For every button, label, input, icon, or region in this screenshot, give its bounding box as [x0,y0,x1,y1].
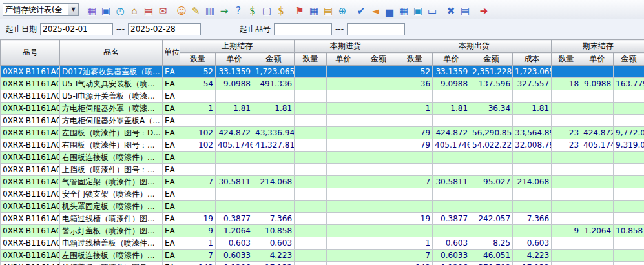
table-row[interactable]: 0XRX-B1161A0...左围板连接板（喷漆件）...EA70.60334.… [1,250,644,262]
cell-purch-amount[interactable] [360,66,397,78]
cell-end-price[interactable] [581,66,614,78]
cell-prev-qty[interactable]: 102 [180,127,216,139]
cell-end-qty[interactable] [552,90,581,103]
cell-out-amount[interactable]: 46.051 [470,250,513,262]
cell-out-cost[interactable] [513,115,552,127]
cell-end-amount[interactable] [614,237,644,250]
cell-end-qty[interactable]: 23 [552,127,581,139]
cell-end-price[interactable]: 405.1747 [581,139,614,152]
cell-item-id[interactable]: 0XRX-B1161A0... [1,250,60,262]
cell-out-price[interactable] [433,115,470,127]
cell-purch-price[interactable] [327,188,360,201]
cell-purch-qty[interactable] [295,66,327,78]
table-row[interactable]: 0XRX-B1161A0...右围板连接板（喷漆件）...EA [1,152,644,164]
cell-out-price[interactable]: 405.1746 [433,139,470,152]
cell-prev-qty[interactable] [180,90,216,103]
cell-purch-price[interactable] [327,225,360,237]
undo-icon[interactable]: ◄ [368,5,382,19]
cell-out-cost[interactable]: 32,008.797 [513,139,552,152]
cell-item-name[interactable]: 电箱过线槽盖板（喷漆件... [60,237,163,250]
cell-purch-qty[interactable] [295,90,327,103]
cell-end-price[interactable]: 424.872 [581,127,614,139]
cell-end-amount[interactable] [614,115,644,127]
cell-out-cost[interactable]: 1.81 [513,103,552,115]
cell-item-name[interactable]: 电箱过线槽（喷漆件）图... [60,213,163,225]
cell-out-cost[interactable]: 327.557 [513,78,552,90]
cell-out-cost[interactable]: 33,564.89 [513,127,552,139]
table-row[interactable]: 0XRX-B1161A0...右围板（喷漆件）图号：...EA102405.17… [1,139,644,152]
cell-purch-price[interactable] [327,213,360,225]
cell-out-amount[interactable]: 370.708 [470,262,513,265]
grid-report-icon[interactable]: ▦ [85,5,99,19]
cell-unit[interactable]: EA [163,139,180,152]
cell-end-qty[interactable] [552,201,581,213]
cell-purch-qty[interactable] [295,201,327,213]
cell-out-qty[interactable] [397,188,433,201]
screen-icon[interactable]: ▣ [411,5,425,19]
cell-out-cost[interactable] [513,225,552,237]
cell-prev-amount[interactable]: 7.366 [253,213,295,225]
cell-out-cost[interactable] [513,188,552,201]
cell-item-id[interactable]: 0XRX-B1161A0... [1,115,60,127]
cell-prev-amount[interactable]: 17.132 [253,262,295,265]
cell-prev-price[interactable]: 9.0988 [216,78,253,90]
cell-purch-amount[interactable] [360,78,397,90]
cell-purch-qty[interactable] [295,78,327,90]
cell-out-price[interactable]: 30.5811 [433,176,470,188]
cell-end-price[interactable] [581,188,614,201]
cell-unit[interactable]: EA [163,188,180,201]
table-row[interactable]: 0XRX-B1161A0...U5-I电源开关盖板（喷漆...EA [1,90,644,103]
cell-purch-amount[interactable] [360,164,397,176]
card-icon[interactable]: ▭ [425,5,439,19]
flag-icon[interactable]: ⚑ [293,5,307,19]
cell-item-id[interactable]: 0XRX-B1161A0... [1,213,60,225]
cell-item-name[interactable]: 左围板连接板（喷漆件）... [60,250,163,262]
cell-purch-amount[interactable] [360,152,397,164]
cell-purch-qty[interactable] [295,262,327,265]
table-row[interactable]: 0XRX-B1161A0...警示灯盖板（喷漆件）图...EA91.206410… [1,225,644,237]
cell-unit[interactable]: EA [163,78,180,90]
cell-end-price[interactable] [581,152,614,164]
cell-item-id[interactable]: 0XRX-B1161A0... [1,225,60,237]
cell-prev-qty[interactable]: 19 [180,213,216,225]
cell-prev-qty[interactable]: 9 [180,225,216,237]
cell-end-amount[interactable] [614,262,644,265]
cell-prev-price[interactable]: 1.81 [216,103,253,115]
cell-purch-amount[interactable] [360,115,397,127]
clock-icon[interactable]: ◷ [113,5,127,19]
calendar-icon[interactable]: ▦ [307,5,321,19]
cell-unit[interactable]: EA [163,164,180,176]
cell-prev-price[interactable] [216,164,253,176]
cell-end-amount[interactable] [614,103,644,115]
cell-out-qty[interactable] [397,201,433,213]
cell-end-price[interactable] [581,262,614,265]
cell-out-qty[interactable]: 142 [397,262,433,265]
cell-prev-price[interactable] [216,90,253,103]
cell-out-amount[interactable] [470,152,513,164]
cell-unit[interactable]: EA [163,237,180,250]
cell-out-qty[interactable]: 19 [397,213,433,225]
table-row[interactable]: 0XRX-B1161A0...气管固定架（喷漆件）图...EA730.58112… [1,176,644,188]
cell-prev-amount[interactable] [253,152,295,164]
cell-prev-qty[interactable]: 52 [180,66,216,78]
cell-end-qty[interactable] [552,176,581,188]
cell-item-name[interactable]: U5-I气动夹具安装板（喷... [60,78,163,90]
globe-icon[interactable]: ⊕ [335,5,349,19]
cell-out-amount[interactable] [470,188,513,201]
cell-purch-price[interactable] [327,103,360,115]
cell-prev-qty[interactable]: 102 [180,139,216,152]
cell-prev-amount[interactable]: 41,327.814 [253,139,295,152]
cell-item-id[interactable]: 0XRX-B1161A0... [1,103,60,115]
cell-purch-price[interactable] [327,66,360,78]
cell-purch-qty[interactable] [295,115,327,127]
table-row[interactable]: 0XRX-B1161A0...线槽盖板（喷漆件）图号...EA1420.1206… [1,262,644,265]
cell-end-qty[interactable] [552,237,581,250]
cell-item-id[interactable]: 0XRX-B1161A0... [1,139,60,152]
cell-purch-amount[interactable] [360,237,397,250]
cell-purch-amount[interactable] [360,103,397,115]
cell-purch-qty[interactable] [295,103,327,115]
cell-item-name[interactable]: U5-I电源开关盖板（喷漆... [60,90,163,103]
cell-prev-qty[interactable]: 7 [180,250,216,262]
cell-out-cost[interactable]: 7.366 [513,213,552,225]
cell-purch-price[interactable] [327,250,360,262]
